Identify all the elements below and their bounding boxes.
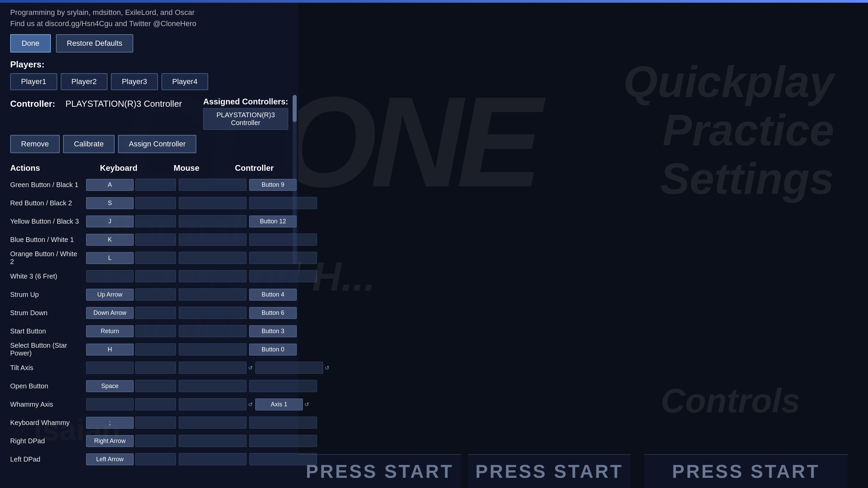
keyboard-key-box[interactable]: A: [86, 179, 134, 191]
keyboard-key-box-2[interactable]: [135, 343, 176, 355]
keyboard-key-box-2[interactable]: [135, 398, 176, 410]
controller-refresh-icon[interactable]: ↺: [325, 365, 329, 371]
mouse-key-box-empty[interactable]: [179, 362, 246, 374]
mouse-cell: [177, 251, 248, 265]
player4-button[interactable]: Player4: [161, 73, 209, 90]
controller-key-box-empty[interactable]: [249, 435, 317, 447]
controller-key-box-empty[interactable]: [249, 453, 317, 465]
controller-key-box[interactable]: Button 4: [249, 289, 297, 301]
mouse-key-box-empty[interactable]: [179, 435, 246, 447]
mouse-key-box-empty[interactable]: [179, 270, 246, 282]
keyboard-key-box[interactable]: ;: [86, 417, 134, 429]
controller-key-box[interactable]: Button 0: [249, 344, 297, 355]
press-start-bar-1: PRESS START: [298, 454, 461, 488]
keyboard-key-box[interactable]: Return: [86, 325, 134, 337]
action-label: Select Button (Star Power): [10, 342, 85, 357]
keyboard-key-box-empty[interactable]: [86, 398, 134, 410]
keyboard-key-box-2[interactable]: [135, 179, 176, 191]
mouse-cell: [177, 178, 248, 191]
mouse-key-box-empty[interactable]: [179, 215, 246, 227]
keyboard-key-box-2[interactable]: [135, 215, 176, 227]
calibrate-button[interactable]: Calibrate: [63, 135, 115, 153]
mouse-key-box-empty[interactable]: [179, 197, 246, 209]
mouse-cell: [177, 343, 248, 356]
remove-button[interactable]: Remove: [10, 135, 60, 153]
mouse-key-box-empty[interactable]: [179, 343, 246, 355]
keyboard-key-box[interactable]: Left Arrow: [86, 453, 134, 465]
keyboard-key-box[interactable]: Down Arrow: [86, 307, 134, 319]
mouse-key-box-empty[interactable]: [179, 325, 246, 337]
keyboard-key-box[interactable]: Right Arrow: [86, 435, 134, 447]
controller-cell: Button 0: [248, 343, 298, 356]
keyboard-key-box-2[interactable]: [135, 233, 176, 246]
controller-key-box[interactable]: Button 6: [249, 307, 297, 319]
table-row: Red Button / Black 2S: [10, 195, 288, 211]
keyboard-key-box-2[interactable]: [135, 288, 176, 301]
scroll-thumb[interactable]: [293, 95, 297, 122]
mouse-key-box-empty[interactable]: [179, 307, 246, 319]
controller-cell: ↺: [254, 361, 331, 374]
mouse-key-box-empty[interactable]: [179, 252, 246, 264]
table-row: Left DPadLeft Arrow: [10, 451, 288, 468]
player3-button[interactable]: Player3: [111, 73, 158, 90]
controller-key-box-empty[interactable]: [249, 380, 317, 392]
keyboard-key-box-empty[interactable]: [86, 362, 134, 374]
controller-key-box-empty[interactable]: [249, 252, 317, 264]
keyboard-key-box-2[interactable]: [135, 453, 176, 465]
controller-key-box-empty[interactable]: [255, 362, 323, 374]
keyboard-key-box[interactable]: S: [86, 197, 134, 209]
controller-key-box[interactable]: Button 12: [249, 216, 297, 227]
mouse-refresh-icon[interactable]: ↺: [248, 401, 253, 408]
mouse-key-box-empty[interactable]: [179, 380, 246, 392]
assign-controller-button[interactable]: Assign Controller: [118, 135, 197, 153]
press-start-label-2: PRESS START: [475, 461, 623, 482]
keyboard-key-box[interactable]: L: [86, 252, 134, 264]
controller-key-box-empty[interactable]: [249, 233, 317, 246]
credit-line-1: Programming by srylain, mdsitton, ExileL…: [10, 7, 288, 18]
keyboard-key-box[interactable]: K: [86, 234, 134, 246]
controller-key-box-empty[interactable]: [249, 416, 317, 429]
controller-key-box[interactable]: Button 3: [249, 325, 297, 337]
keyboard-key-box[interactable]: Up Arrow: [86, 289, 134, 301]
mouse-key-box-empty[interactable]: [179, 453, 246, 465]
actions-table: Green Button / Black 1AButton 9Red Butto…: [10, 176, 288, 468]
mouse-key-box-empty[interactable]: [179, 288, 246, 301]
keyboard-key-box[interactable]: Space: [86, 380, 134, 392]
action-label: Orange Button / White 2: [10, 250, 85, 266]
mouse-key-box-empty[interactable]: [179, 398, 246, 410]
player2-button[interactable]: Player2: [61, 73, 108, 90]
keyboard-key-box-2[interactable]: [135, 197, 176, 209]
keyboard-key-box-2[interactable]: [135, 435, 176, 447]
keyboard-key-box[interactable]: H: [86, 344, 134, 355]
scroll-track[interactable]: [293, 95, 297, 264]
controller-key-box[interactable]: Axis 1: [255, 399, 303, 410]
keyboard-key-box-2[interactable]: [135, 252, 176, 264]
keyboard-key-box-2[interactable]: [135, 270, 176, 282]
keyboard-key-box-2[interactable]: [135, 416, 176, 429]
controller-key-box[interactable]: Button 9: [249, 179, 297, 191]
keyboard-cell: S: [85, 196, 177, 210]
keyboard-cell: Down Arrow: [85, 306, 177, 320]
mouse-cell: [177, 452, 248, 466]
keyboard-key-box-empty[interactable]: [86, 270, 134, 282]
keyboard-key-box-2[interactable]: [135, 362, 176, 374]
controller-key-box-empty[interactable]: [249, 270, 317, 282]
done-button[interactable]: Done: [10, 34, 51, 53]
table-row: Yellow Button / Black 3JButton 12: [10, 213, 288, 230]
restore-defaults-button[interactable]: Restore Defaults: [56, 34, 133, 53]
controller-key-box-empty[interactable]: [249, 197, 317, 209]
mouse-key-box-empty[interactable]: [179, 179, 246, 191]
action-label: Right DPad: [10, 437, 85, 445]
mouse-key-box-empty[interactable]: [179, 416, 246, 429]
keyboard-key-box-2[interactable]: [135, 380, 176, 392]
mouse-key-box-empty[interactable]: [179, 233, 246, 246]
keyboard-key-box-2[interactable]: [135, 325, 176, 337]
controller-cell: Button 12: [248, 215, 298, 228]
keyboard-key-box[interactable]: J: [86, 216, 134, 227]
mouse-cell: [177, 324, 248, 338]
action-label: Tilt Axis: [10, 364, 85, 372]
keyboard-key-box-2[interactable]: [135, 307, 176, 319]
player1-button[interactable]: Player1: [10, 73, 57, 90]
controller-refresh-icon[interactable]: ↺: [304, 401, 309, 408]
mouse-refresh-icon[interactable]: ↺: [248, 365, 253, 371]
